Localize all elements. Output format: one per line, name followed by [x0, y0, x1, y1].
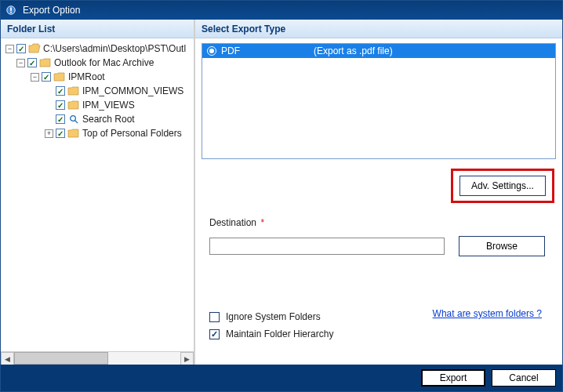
checkbox[interactable]: ✓: [56, 100, 65, 110]
tree-label: Outlook for Mac Archive: [54, 57, 154, 68]
destination-label: Destination *: [209, 217, 554, 228]
expand-icon[interactable]: −: [5, 45, 14, 53]
tree-label: Top of Personal Folders: [82, 128, 182, 139]
option-label: Ignore System Folders: [226, 311, 321, 322]
checkbox[interactable]: ✓: [56, 86, 65, 96]
scroll-track[interactable]: [14, 352, 180, 365]
folder-icon: [53, 71, 66, 82]
window-title: Export Option: [23, 5, 80, 16]
folder-icon: [67, 100, 80, 111]
scroll-right-arrow-icon[interactable]: ▶: [180, 352, 194, 365]
destination-input[interactable]: [209, 238, 445, 255]
system-folders-help-link[interactable]: What are system folders ?: [433, 308, 542, 319]
export-type-name: PDF: [221, 45, 314, 56]
folder-open-icon: [28, 43, 41, 54]
option-label: Maintain Folder Hierarchy: [226, 328, 333, 339]
tree-node-ipmroot[interactable]: − ✓ IPMRoot: [1, 70, 194, 84]
checkbox-checked[interactable]: ✓: [209, 329, 220, 339]
tree-node-search-root[interactable]: ✓ Search Root: [1, 112, 194, 126]
export-button[interactable]: Export: [421, 369, 485, 387]
checkbox[interactable]: ✓: [27, 58, 37, 67]
export-options-section: What are system folders ? Ignore System …: [209, 308, 554, 343]
scroll-left-arrow-icon[interactable]: ◀: [1, 352, 14, 365]
scroll-thumb[interactable]: [14, 352, 108, 365]
expand-spacer: [45, 87, 53, 96]
tree-node-top-personal[interactable]: + ✓ Top of Personal Folders: [1, 126, 194, 140]
tree-node-root[interactable]: − ✓ C:\Users\admin\Desktop\PST\Outl: [1, 42, 194, 56]
tree-label: IPM_VIEWS: [82, 100, 135, 111]
folder-list-header: Folder List: [1, 20, 194, 38]
adv-settings-highlight: Adv. Settings...: [451, 169, 554, 203]
tree-label: IPM_COMMON_VIEWS: [82, 85, 183, 96]
checkbox[interactable]: ✓: [56, 114, 65, 124]
required-asterisk: *: [260, 217, 264, 228]
export-option-window: Export Option Folder List − ✓ C:\Users\a…: [0, 0, 563, 392]
adv-settings-area: Adv. Settings...: [203, 169, 554, 203]
folder-list-pane: Folder List − ✓ C:\Users\admin\Desktop\P…: [1, 20, 195, 365]
svg-line-4: [75, 121, 78, 124]
checkbox-unchecked[interactable]: [209, 312, 220, 322]
titlebar: Export Option: [1, 1, 562, 20]
expand-icon[interactable]: −: [31, 73, 39, 82]
radio-selected-icon[interactable]: [207, 46, 216, 56]
folder-icon: [67, 85, 80, 96]
svg-rect-1: [10, 8, 12, 11]
tree-label: IPMRoot: [68, 71, 105, 82]
expand-spacer: [45, 115, 53, 124]
tree-node-archive[interactable]: − ✓ Outlook for Mac Archive: [1, 56, 194, 70]
export-type-pane: Select Export Type PDF (Export as .pdf f…: [195, 20, 562, 365]
tree-node-ipm-views[interactable]: ✓ IPM_VIEWS: [1, 98, 194, 112]
svg-rect-2: [10, 12, 12, 13]
cancel-button[interactable]: Cancel: [492, 369, 556, 387]
export-type-pdf[interactable]: PDF (Export as .pdf file): [202, 44, 555, 58]
expand-spacer: [45, 101, 53, 110]
expand-icon[interactable]: −: [16, 59, 25, 67]
app-icon: [5, 5, 16, 16]
export-type-header: Select Export Type: [195, 20, 562, 38]
maintain-hierarchy-option[interactable]: ✓ Maintain Folder Hierarchy: [209, 325, 554, 343]
window-body: Folder List − ✓ C:\Users\admin\Desktop\P…: [1, 20, 562, 365]
footer-bar: Export Cancel: [1, 365, 562, 391]
expand-icon[interactable]: +: [45, 129, 53, 138]
export-type-list[interactable]: PDF (Export as .pdf file): [202, 43, 556, 159]
checkbox[interactable]: ✓: [56, 129, 65, 138]
folder-icon: [67, 128, 80, 139]
export-type-desc: (Export as .pdf file): [314, 45, 555, 56]
folder-icon: [39, 57, 52, 68]
tree-node-ipm-common-views[interactable]: ✓ IPM_COMMON_VIEWS: [1, 84, 194, 98]
tree-label: C:\Users\admin\Desktop\PST\Outl: [43, 43, 186, 54]
tree-label: Search Root: [82, 114, 135, 125]
svg-point-3: [71, 116, 76, 122]
horizontal-scrollbar[interactable]: ◀ ▶: [1, 351, 194, 365]
destination-section: Destination * Browse: [209, 217, 554, 256]
checkbox[interactable]: ✓: [16, 44, 26, 53]
checkbox[interactable]: ✓: [42, 72, 51, 82]
search-icon: [67, 114, 80, 125]
browse-button[interactable]: Browse: [459, 236, 545, 256]
adv-settings-button[interactable]: Adv. Settings...: [459, 176, 546, 196]
destination-label-text: Destination: [209, 217, 256, 228]
folder-tree[interactable]: − ✓ C:\Users\admin\Desktop\PST\Outl − ✓ …: [1, 38, 194, 351]
